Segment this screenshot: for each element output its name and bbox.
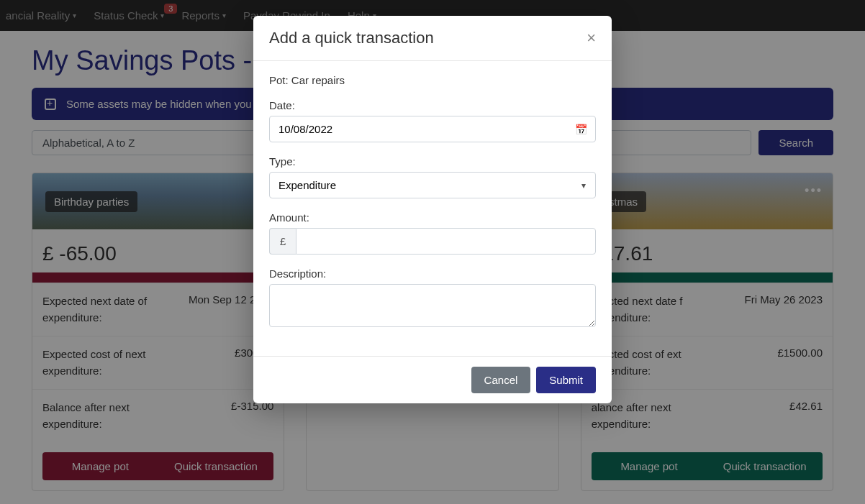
type-label: Type: [269,155,596,168]
description-label: Description: [269,267,596,280]
amount-label: Amount: [269,211,596,224]
currency-prefix: £ [269,228,296,255]
quick-transaction-modal: Add a quick transaction × Pot: Car repai… [253,16,612,403]
amount-input[interactable] [296,228,596,255]
close-icon[interactable]: × [587,29,596,47]
type-select[interactable]: Expenditure [269,172,596,198]
cancel-button[interactable]: Cancel [471,367,531,393]
form-group-type: Type: Expenditure [269,155,596,198]
modal-title: Add a quick transaction [269,29,434,47]
modal-footer: Cancel Submit [253,356,612,403]
form-group-date: Date: 📅 [269,99,596,142]
form-group-amount: Amount: £ [269,211,596,255]
submit-button[interactable]: Submit [536,367,596,393]
modal-pot-context: Pot: Car repairs [269,74,596,86]
date-input[interactable] [269,116,596,142]
description-textarea[interactable] [269,284,596,327]
modal-header: Add a quick transaction × [253,16,612,61]
form-group-description: Description: [269,267,596,330]
modal-body: Pot: Car repairs Date: 📅 Type: Expenditu… [253,61,612,356]
calendar-icon[interactable]: 📅 [575,124,587,135]
modal-overlay[interactable]: Add a quick transaction × Pot: Car repai… [0,0,865,504]
date-label: Date: [269,99,596,111]
